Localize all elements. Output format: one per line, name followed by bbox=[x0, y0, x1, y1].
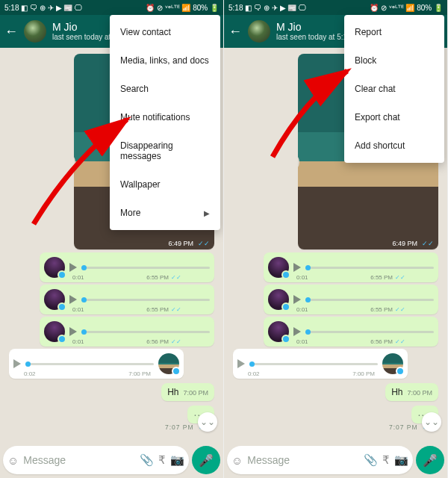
voice-avatar bbox=[44, 321, 65, 342]
voice-message-out[interactable]: 0:016:55 PM✓✓ bbox=[264, 252, 438, 282]
read-ticks-icon: ✓✓ bbox=[395, 306, 405, 313]
mic-icon bbox=[396, 367, 405, 376]
mic-icon bbox=[57, 302, 66, 311]
voice-message-in[interactable]: 0:027:00 PM bbox=[9, 349, 184, 379]
status-time: 5:18 bbox=[4, 4, 19, 12]
text-message-out[interactable]: Hh 7:00 PM bbox=[385, 383, 438, 401]
play-icon[interactable] bbox=[69, 327, 77, 336]
play-icon[interactable] bbox=[293, 327, 301, 336]
menu-view-contact[interactable]: View contact bbox=[110, 18, 220, 46]
attach-icon[interactable]: 📎 bbox=[364, 453, 378, 467]
read-ticks-icon: ✓✓ bbox=[171, 274, 181, 281]
mic-icon bbox=[57, 335, 66, 344]
voice-track[interactable] bbox=[305, 299, 434, 301]
voice-track[interactable] bbox=[305, 267, 434, 269]
emoji-icon[interactable]: ☺ bbox=[7, 454, 19, 467]
voice-message-out[interactable]: 0:016:55 PM✓✓ bbox=[40, 285, 214, 314]
text-message-out[interactable]: Hh 7:00 PM bbox=[161, 383, 214, 401]
status-time: 5:18 bbox=[228, 4, 243, 12]
voice-avatar bbox=[44, 289, 65, 310]
read-ticks-icon: ✓✓ bbox=[395, 274, 405, 281]
input-bar: ☺ Message 📎 ₹ 📷 🎤 bbox=[3, 445, 220, 475]
mic-icon bbox=[281, 270, 290, 279]
play-icon[interactable] bbox=[69, 295, 77, 304]
contact-avatar[interactable] bbox=[24, 20, 46, 43]
voice-track[interactable] bbox=[305, 331, 434, 333]
message-text: Hh bbox=[167, 387, 178, 397]
status-icons-right: ⏰ ⊘ ᵛᵒᴸᵀᴱ 📶 80% 🔋 bbox=[370, 4, 443, 12]
menu-block[interactable]: Block bbox=[344, 46, 444, 75]
voice-avatar bbox=[268, 289, 289, 310]
voice-avatar bbox=[268, 321, 289, 342]
read-ticks-icon: ✓✓ bbox=[171, 338, 181, 345]
play-icon[interactable] bbox=[69, 263, 77, 272]
menu-add-shortcut[interactable]: Add shortcut bbox=[344, 131, 444, 160]
menu-more[interactable]: More▶ bbox=[110, 199, 220, 227]
contact-avatar[interactable] bbox=[248, 20, 270, 43]
voice-track[interactable] bbox=[81, 331, 210, 333]
rupee-icon[interactable]: ₹ bbox=[382, 453, 390, 467]
menu-media-links-docs[interactable]: Media, links, and docs bbox=[110, 46, 220, 75]
mic-icon bbox=[57, 270, 66, 279]
status-icons-right: ⏰ ⊘ ᵛᵒᴸᵀᴱ 📶 80% 🔋 bbox=[146, 4, 219, 12]
message-input-container[interactable]: ☺ Message 📎 ₹ 📷 bbox=[227, 446, 413, 474]
message-input-container[interactable]: ☺ Message 📎 ₹ 📷 bbox=[3, 446, 189, 474]
status-icons-left: ◧ 🗨 ⊕ ✈ ▶ 📰 🖵 bbox=[245, 4, 306, 12]
voice-message-out[interactable]: 0:016:56 PM✓✓ bbox=[264, 317, 438, 347]
menu-clear-chat[interactable]: Clear chat bbox=[344, 75, 444, 103]
message-input[interactable]: Message bbox=[23, 454, 135, 466]
menu-report[interactable]: Report bbox=[344, 18, 444, 46]
read-ticks-icon: ✓✓ bbox=[395, 338, 405, 345]
menu-wallpaper[interactable]: Wallpaper bbox=[110, 170, 220, 199]
menu-search[interactable]: Search bbox=[110, 75, 220, 103]
voice-track[interactable] bbox=[81, 267, 210, 269]
voice-track[interactable] bbox=[81, 299, 210, 301]
message-time: 7:00 PM bbox=[407, 389, 432, 397]
rupee-icon[interactable]: ₹ bbox=[158, 453, 166, 467]
status-bar: 5:18◧ 🗨 ⊕ ✈ ▶ 📰 🖵 ⏰ ⊘ ᵛᵒᴸᵀᴱ 📶 80% 🔋 bbox=[224, 0, 447, 15]
phone-right: 5:18◧ 🗨 ⊕ ✈ ▶ 📰 🖵 ⏰ ⊘ ᵛᵒᴸᵀᴱ 📶 80% 🔋 ← M … bbox=[224, 0, 448, 478]
voice-track[interactable] bbox=[249, 363, 378, 365]
forward-icon[interactable]: ➦ bbox=[74, 152, 75, 172]
voice-track[interactable] bbox=[25, 363, 154, 365]
mic-button[interactable]: 🎤 bbox=[416, 446, 444, 474]
overflow-menu: View contact Media, links, and docs Sear… bbox=[110, 15, 220, 230]
voice-avatar bbox=[44, 257, 65, 278]
camera-icon[interactable]: 📷 bbox=[170, 453, 184, 467]
voice-message-out[interactable]: 0:016:56 PM✓✓ bbox=[40, 317, 214, 347]
chevron-right-icon: ▶ bbox=[204, 209, 210, 217]
play-icon[interactable] bbox=[293, 263, 301, 272]
menu-mute[interactable]: Mute notifications bbox=[110, 103, 220, 131]
back-icon[interactable]: ← bbox=[228, 24, 242, 40]
attach-icon[interactable]: 📎 bbox=[140, 453, 154, 467]
mic-button[interactable]: 🎤 bbox=[192, 446, 220, 474]
status-icons-left: ◧ 🗨 ⊕ ✈ ▶ 📰 🖵 bbox=[21, 4, 82, 12]
scroll-to-bottom-button[interactable]: ⌄⌄ bbox=[422, 412, 441, 432]
menu-disappearing[interactable]: Disappearing messages bbox=[110, 131, 220, 170]
back-icon[interactable]: ← bbox=[4, 24, 18, 40]
read-ticks-icon: ✓✓ bbox=[422, 240, 434, 247]
mic-icon bbox=[172, 367, 181, 376]
voice-avatar bbox=[158, 353, 179, 374]
voice-message-in[interactable]: 0:027:00 PM bbox=[233, 349, 408, 379]
voice-message-out[interactable]: 0:016:55 PM✓✓ bbox=[40, 252, 214, 282]
image-timestamp: 6:49 PM✓✓ bbox=[168, 240, 210, 247]
phone-left: 5:18◧ 🗨 ⊕ ✈ ▶ 📰 🖵 ⏰ ⊘ ᵛᵒᴸᵀᴱ 📶 80% 🔋 ← M … bbox=[0, 0, 224, 478]
menu-export-chat[interactable]: Export chat bbox=[344, 103, 444, 131]
emoji-icon[interactable]: ☺ bbox=[231, 454, 243, 467]
voice-message-out[interactable]: 0:016:55 PM✓✓ bbox=[264, 285, 438, 314]
forward-icon[interactable]: ➦ bbox=[298, 152, 299, 172]
scroll-to-bottom-button[interactable]: ⌄⌄ bbox=[198, 412, 217, 432]
status-bar: 5:18◧ 🗨 ⊕ ✈ ▶ 📰 🖵 ⏰ ⊘ ᵛᵒᴸᵀᴱ 📶 80% 🔋 bbox=[0, 0, 223, 15]
play-icon[interactable] bbox=[237, 359, 245, 368]
message-input[interactable]: Message bbox=[247, 454, 359, 466]
mic-icon bbox=[281, 302, 290, 311]
input-bar: ☺ Message 📎 ₹ 📷 🎤 bbox=[227, 445, 444, 475]
camera-icon[interactable]: 📷 bbox=[394, 453, 408, 467]
message-text: Hh bbox=[391, 387, 402, 397]
play-icon[interactable] bbox=[293, 295, 301, 304]
play-icon[interactable] bbox=[13, 359, 21, 368]
message-time: 7:00 PM bbox=[183, 389, 208, 397]
overflow-submenu: Report Block Clear chat Export chat Add … bbox=[344, 15, 444, 163]
mic-icon bbox=[281, 335, 290, 344]
